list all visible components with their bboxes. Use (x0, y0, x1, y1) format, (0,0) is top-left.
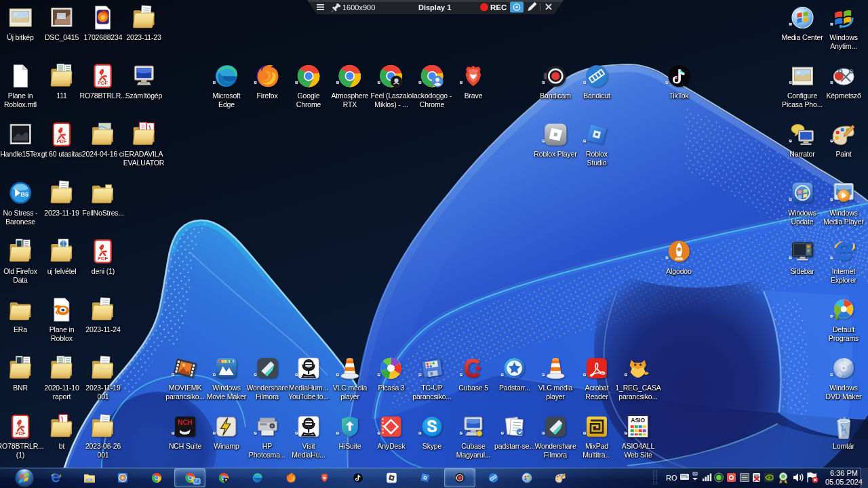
svg-text:RO: RO (666, 474, 677, 482)
svg-text:Display 1: Display 1 (418, 3, 451, 12)
svg-text:1600x900: 1600x900 (342, 3, 375, 12)
svg-text:REC: REC (490, 3, 507, 12)
